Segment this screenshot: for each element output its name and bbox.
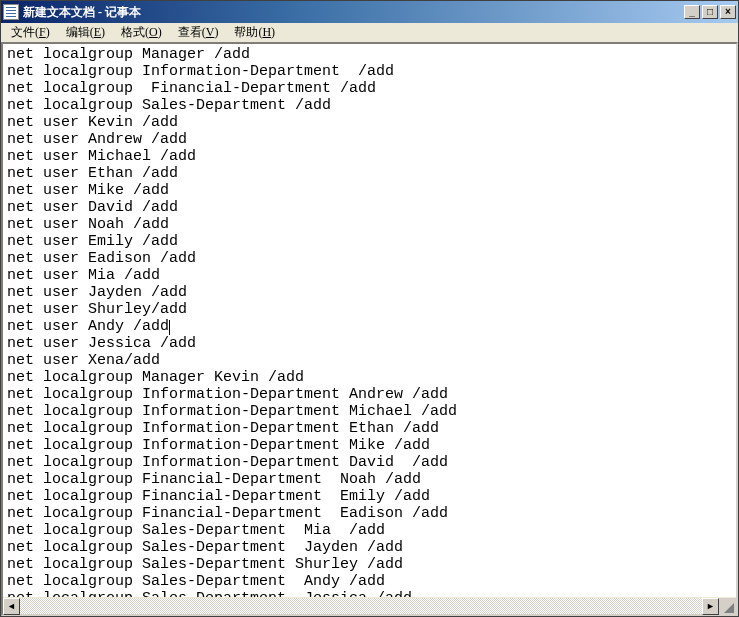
- menu-edit[interactable]: 编辑(E): [58, 22, 113, 43]
- menu-help[interactable]: 帮助(H): [226, 22, 283, 43]
- menubar: 文件(F) 编辑(E) 格式(O) 查看(V) 帮助(H): [1, 23, 738, 43]
- notepad-icon: [3, 4, 19, 20]
- window-controls: _ □ ×: [684, 5, 736, 19]
- horizontal-scrollbar[interactable]: ◄ ►: [3, 597, 736, 614]
- text-editor[interactable]: net localgroup Manager /add net localgro…: [3, 44, 736, 597]
- minimize-button[interactable]: _: [684, 5, 700, 19]
- window-title: 新建文本文档 - 记事本: [23, 4, 684, 21]
- scroll-track[interactable]: [20, 598, 702, 614]
- menu-file[interactable]: 文件(F): [3, 22, 58, 43]
- menu-format[interactable]: 格式(O): [113, 22, 170, 43]
- maximize-button[interactable]: □: [702, 5, 718, 19]
- scroll-left-button[interactable]: ◄: [3, 598, 20, 615]
- editor-frame: net localgroup Manager /add net localgro…: [1, 42, 738, 616]
- menu-view[interactable]: 查看(V): [170, 22, 227, 43]
- text-caret: [169, 320, 170, 335]
- scroll-right-button[interactable]: ►: [702, 598, 719, 615]
- close-button[interactable]: ×: [720, 5, 736, 19]
- titlebar[interactable]: 新建文本文档 - 记事本 _ □ ×: [1, 1, 738, 23]
- resize-grip[interactable]: [719, 598, 736, 615]
